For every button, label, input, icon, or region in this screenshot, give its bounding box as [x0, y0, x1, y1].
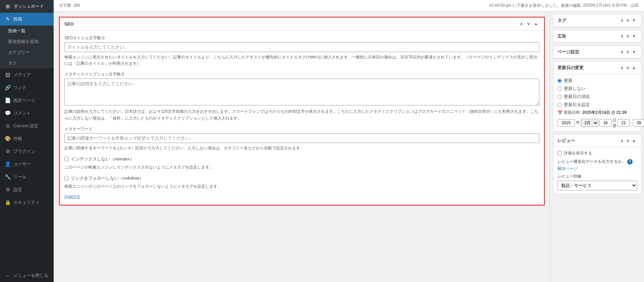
- radio-delete-date-input[interactable]: [557, 95, 562, 99]
- review-target-label: レビュー対象: [557, 174, 637, 179]
- sidebar-item-category[interactable]: カテゴリー: [0, 47, 54, 58]
- sidebar-item-posts[interactable]: ✎ 投稿: [0, 13, 54, 26]
- sidebar-item-users[interactable]: 👤 ユーザー: [0, 158, 54, 171]
- sidebar-item-media[interactable]: 🖼 メディア: [0, 68, 54, 81]
- seo-panel-up[interactable]: ∧: [519, 21, 524, 27]
- year-input[interactable]: [557, 119, 575, 127]
- help-icon[interactable]: ?: [627, 159, 633, 164]
- update-date-collapse-icon[interactable]: ▲: [631, 65, 637, 71]
- nofollow-desc: 検索エンジンがこのページ上のリンクをフォローしないようにメタタグを設定します。: [64, 183, 539, 190]
- noindex-checkbox[interactable]: [64, 157, 69, 161]
- page-settings-up-icon[interactable]: ∧: [620, 49, 625, 55]
- sidebar-item-links[interactable]: 🔗 リンク: [0, 81, 54, 94]
- time-sep: :: [631, 121, 632, 125]
- help-link[interactable]: 解説ページ: [557, 166, 578, 172]
- word-count: 文字数: 286: [59, 3, 80, 8]
- right-sidebar: タグ ∧ ∨ ▼ 広告 ∧ ∨ ▼: [550, 11, 644, 282]
- review-collapse-icon[interactable]: ▲: [631, 138, 637, 144]
- radio-no-update-label: 更新しない: [564, 86, 586, 92]
- nofollow-checkbox[interactable]: [64, 176, 69, 180]
- editor-column: SEO ∧ ∨ ▲ SEOタイトル文字数:0 検索エンジンに表示させたいタイトル…: [54, 11, 550, 282]
- page-settings-panel-controls: ∧ ∨ ▼: [620, 49, 637, 55]
- page-settings-panel: ページ設定 ∧ ∨ ▼: [553, 46, 641, 59]
- update-date-up-icon[interactable]: ∧: [620, 65, 625, 71]
- noindex-desc: このページが検索エンジンにインデックスされないようにメタタグを設定します。: [64, 164, 539, 171]
- tags-up-icon[interactable]: ∧: [620, 17, 625, 23]
- review-down-icon[interactable]: ∨: [625, 138, 630, 144]
- meta-keyword-section: メタキーワード 記事に関連するキーワードを,(カンマ）区切りで入力してください。…: [64, 126, 539, 151]
- sidebar-item-dashboard[interactable]: ⊞ ダッシュボード: [0, 0, 54, 13]
- sidebar-item-settings[interactable]: ⚙ 設定: [0, 183, 54, 196]
- noindex-section: インデックスしない（noindex） このページが検索エンジンにインデックスされ…: [64, 156, 539, 171]
- sidebar-category-label: カテゴリー: [8, 49, 30, 55]
- ad-down-icon[interactable]: ∨: [625, 33, 630, 39]
- sidebar-item-cocoon[interactable]: ◎ Cocoon 設定: [0, 120, 54, 132]
- sidebar-item-tools[interactable]: 🔧 ツール: [0, 171, 54, 183]
- seo-panel-down[interactable]: ∨: [526, 21, 531, 27]
- sidebar-item-security[interactable]: 🔒 セキュリティ: [0, 196, 54, 209]
- ad-collapse-icon[interactable]: ▼: [631, 33, 637, 39]
- update-date-down-icon[interactable]: ∨: [625, 65, 630, 71]
- review-target-select[interactable]: 製品・サービス 書籍 映画 音楽 ゲーム その他: [557, 181, 637, 190]
- tags-down-icon[interactable]: ∨: [625, 17, 630, 23]
- month-select[interactable]: 1月 2月 3月 4月 5月 6月 7月 8月 9月 10月 11月 12月: [581, 119, 598, 127]
- sidebar-item-tags[interactable]: タグ: [0, 58, 54, 68]
- seo-panel-collapse[interactable]: ▲: [533, 21, 539, 27]
- main-content: 文字数: 286 10:44:50 pm に下書きを保存しました。最後の編集: …: [54, 0, 644, 282]
- cocoon-icon: ◎: [5, 123, 11, 129]
- radio-update: 更新: [557, 78, 637, 84]
- comments-icon: 💬: [5, 110, 11, 116]
- sidebar-item-pages[interactable]: 📄 固定ページ: [0, 94, 54, 107]
- seo-panel-title: SEO: [64, 21, 73, 27]
- posts-icon: ✎: [5, 16, 11, 22]
- settings-icon: ⚙: [5, 187, 11, 193]
- review-up-icon[interactable]: ∧: [620, 138, 625, 144]
- nofollow-label: リンクをフォローしない（nofollow）: [71, 175, 144, 181]
- seo-panel: SEO ∧ ∨ ▲ SEOタイトル文字数:0 検索エンジンに表示させたいタイトル…: [59, 17, 545, 205]
- top-bar: 文字数: 286 10:44:50 pm に下書きを保存しました。最後の編集: …: [54, 0, 644, 11]
- page-settings-collapse-icon[interactable]: ▼: [631, 49, 637, 55]
- meta-keyword-desc: 記事に関連するキーワードを,(カンマ）区切りで入力してください。入力しない場合は…: [64, 145, 539, 151]
- update-datetime-display: 📅 更新日時: 2025年2月16日 @ 21:39: [557, 110, 637, 115]
- update-date-panel-body: 更新 更新しない 更新日の消去 更新日を設定 📅: [553, 74, 641, 131]
- meta-desc-input[interactable]: [64, 79, 539, 105]
- sidebar-users-label: ユーザー: [13, 161, 31, 167]
- sidebar-item-plugins[interactable]: ⚙ プラグイン: [0, 145, 54, 158]
- structured-data-label: レビュー構造化データを出力するか。: [557, 159, 626, 164]
- sidebar-item-appearance[interactable]: 🎨 外観: [0, 132, 54, 145]
- sidebar-security-label: セキュリティ: [13, 199, 40, 205]
- hour-input[interactable]: [618, 119, 630, 127]
- tags-panel-controls: ∧ ∨ ▼: [620, 17, 637, 23]
- radio-update-input[interactable]: [557, 79, 562, 83]
- review-panel-title: レビュー: [557, 138, 575, 144]
- show-rating-checkbox[interactable]: [557, 151, 562, 155]
- content-wrap: SEO ∧ ∨ ▲ SEOタイトル文字数:0 検索エンジンに表示させたいタイトル…: [54, 11, 644, 282]
- dashboard-icon: ⊞: [5, 3, 11, 9]
- update-date-prefix: 更新日時:: [564, 110, 581, 115]
- meta-keyword-input[interactable]: [64, 133, 539, 143]
- sidebar: ⊞ ダッシュボード ✎ 投稿 投稿一覧 新規投稿を追加 カテゴリー タグ 🖼 メ…: [0, 0, 54, 282]
- page-settings-panel-header: ページ設定 ∧ ∨ ▼: [553, 46, 641, 58]
- day-input[interactable]: [599, 119, 611, 127]
- sidebar-item-posts-list[interactable]: 投稿一覧: [0, 26, 54, 36]
- noindex-label: インデックスしない（noindex）: [71, 156, 134, 162]
- sidebar-posts-submenu: 投稿一覧 新規投稿を追加 カテゴリー タグ: [0, 26, 54, 68]
- update-date-panel: 更新日の変更 ∧ ∨ ▲ 更新 更新しない: [553, 61, 641, 132]
- seo-title-desc: 検索エンジンに表示させたいタイトルを入力してください。記事のタイトルより、こちら…: [64, 54, 539, 67]
- update-date-value: 2025年2月16日 @ 21:39: [582, 110, 627, 115]
- sidebar-plugins-label: プラグイン: [13, 148, 35, 154]
- page-settings-down-icon[interactable]: ∨: [625, 49, 630, 55]
- sidebar-item-new-post[interactable]: 新規投稿を追加: [0, 36, 54, 47]
- sidebar-item-comments[interactable]: 💬 コメント: [0, 107, 54, 120]
- year-label: 年: [576, 120, 580, 126]
- detail-link[interactable]: 詳細設定: [64, 195, 80, 199]
- radio-no-update-input[interactable]: [557, 87, 562, 91]
- radio-set-date-input[interactable]: [557, 103, 562, 107]
- minute-input[interactable]: [633, 119, 644, 127]
- tags-collapse-icon[interactable]: ▼: [631, 17, 637, 23]
- ad-up-icon[interactable]: ∧: [620, 33, 625, 39]
- appearance-icon: 🎨: [5, 136, 11, 142]
- security-icon: 🔒: [5, 199, 11, 205]
- seo-title-input[interactable]: [64, 42, 539, 52]
- sidebar-item-close-menu[interactable]: ← メニューを閉じる: [0, 269, 54, 282]
